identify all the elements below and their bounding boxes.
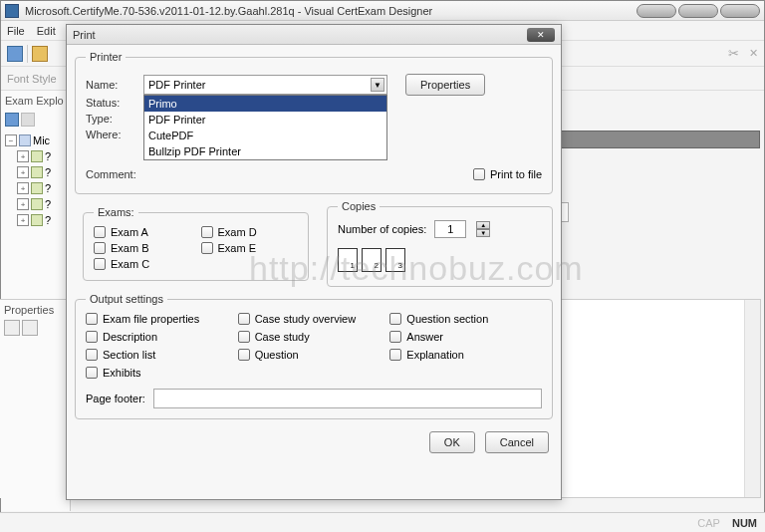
spin-down-icon[interactable]: ▼ <box>476 229 490 237</box>
status-cap: CAP <box>697 517 720 529</box>
open-folder-icon[interactable] <box>32 46 48 62</box>
collate-preview <box>338 248 542 272</box>
name-label: Name: <box>86 79 143 91</box>
where-label: Where: <box>86 129 143 140</box>
doc-icon <box>19 134 31 146</box>
printer-group: Printer Name: PDF Printer ▼ Primo PDF Pr… <box>75 51 553 194</box>
font-style-label: Font Style <box>7 73 57 85</box>
out-checkbox[interactable]: Section list <box>86 349 238 361</box>
tree-root[interactable]: − Mic <box>5 133 66 148</box>
dropdown-item[interactable]: Primo <box>144 96 386 112</box>
expand-icon[interactable]: + <box>17 166 29 178</box>
tree-item[interactable]: +? <box>5 196 66 212</box>
exams-legend: Exams: <box>94 206 138 218</box>
out-checkbox[interactable]: Question <box>238 349 390 361</box>
explorer-icon-2[interactable] <box>21 113 35 127</box>
question-icon <box>31 150 43 162</box>
output-settings-group: Output settings Exam file properties Cas… <box>75 293 553 419</box>
printer-dropdown: Primo PDF Printer CutePDF Bullzip PDF Pr… <box>143 95 387 160</box>
scrollbar[interactable] <box>744 300 760 497</box>
expand-icon[interactable]: + <box>17 214 29 226</box>
collapse-icon[interactable]: − <box>5 134 17 146</box>
dialog-titlebar: Print ✕ <box>67 25 561 45</box>
print-dialog: Print ✕ Printer Name: PDF Printer ▼ Prim… <box>66 24 562 500</box>
question-icon <box>31 214 43 226</box>
page-footer-label: Page footer: <box>86 393 145 404</box>
statusbar: CAP NUM <box>0 512 765 532</box>
exam-checkbox[interactable]: Exam B <box>94 242 191 254</box>
dropdown-item[interactable]: PDF Printer <box>144 112 386 128</box>
explorer-icon-1[interactable] <box>5 113 19 127</box>
tree-item[interactable]: +? <box>5 164 66 180</box>
print-to-file-checkbox[interactable]: Print to file <box>473 168 542 180</box>
output-legend: Output settings <box>86 293 167 305</box>
close-button[interactable] <box>720 4 760 18</box>
out-checkbox[interactable]: Exam file properties <box>86 313 238 325</box>
copies-group: Copies Number of copies: ▲▼ <box>327 200 553 287</box>
minimize-button[interactable] <box>637 4 676 18</box>
copies-legend: Copies <box>338 200 380 212</box>
dialog-buttons: OK Cancel <box>67 425 561 463</box>
printer-legend: Printer <box>86 51 126 63</box>
expand-icon[interactable]: + <box>17 198 29 210</box>
cancel-button[interactable]: Cancel <box>485 431 549 453</box>
copies-spinner[interactable]: ▲▼ <box>476 221 490 237</box>
titlebar: Microsoft.CertifyMe.70-536.v2011-01-12.b… <box>1 1 764 21</box>
exam-checkbox[interactable]: Exam A <box>94 226 191 238</box>
expand-icon[interactable]: + <box>17 150 29 162</box>
tree-item[interactable]: +? <box>5 148 66 164</box>
cut-icon[interactable]: ✂ <box>728 46 739 61</box>
question-icon <box>31 166 43 178</box>
spin-up-icon[interactable]: ▲ <box>476 221 490 229</box>
question-icon <box>31 182 43 194</box>
copies-input[interactable] <box>434 220 466 238</box>
status-label: Status: <box>86 97 143 109</box>
menu-edit[interactable]: Edit <box>37 25 56 37</box>
out-checkbox[interactable]: Answer <box>389 331 542 343</box>
page-preview-icon <box>338 248 358 272</box>
printer-combo[interactable]: PDF Printer ▼ Primo PDF Printer CutePDF … <box>143 75 387 95</box>
out-checkbox[interactable]: Description <box>86 331 238 343</box>
exams-group: Exams: Exam A Exam D Exam B Exam E Exam … <box>83 206 309 281</box>
dropdown-item[interactable]: Bullzip PDF Printer <box>144 143 386 159</box>
out-checkbox[interactable]: Question section <box>389 313 542 325</box>
copies-label: Number of copies: <box>338 223 426 235</box>
tree-item[interactable]: +? <box>5 212 66 228</box>
maximize-button[interactable] <box>678 4 718 18</box>
type-label: Type: <box>86 113 143 125</box>
separator <box>27 45 28 63</box>
delete-icon[interactable]: ✕ <box>749 47 758 60</box>
page-preview-icon <box>385 248 405 272</box>
out-checkbox[interactable]: Exhibits <box>86 367 238 379</box>
menu-file[interactable]: File <box>7 25 25 37</box>
alphabetical-icon[interactable] <box>22 320 38 336</box>
comment-label: Comment: <box>86 168 143 180</box>
app-icon <box>5 4 19 18</box>
new-icon[interactable] <box>7 46 23 62</box>
tree-item[interactable]: +? <box>5 180 66 196</box>
chevron-down-icon[interactable]: ▼ <box>371 78 384 92</box>
categorized-icon[interactable] <box>4 320 20 336</box>
dropdown-item[interactable]: CutePDF <box>144 128 386 143</box>
checkbox-icon <box>473 168 485 180</box>
exam-checkbox[interactable]: Exam C <box>94 258 191 270</box>
exam-checkbox[interactable]: Exam E <box>201 242 299 254</box>
ok-button[interactable]: OK <box>429 431 475 453</box>
properties-button[interactable]: Properties <box>405 74 485 96</box>
page-footer-input[interactable] <box>153 389 542 408</box>
window-controls <box>637 4 760 18</box>
properties-title: Properties <box>4 304 66 316</box>
properties-pane: Properties <box>0 299 70 498</box>
dialog-close-button[interactable]: ✕ <box>527 28 555 42</box>
out-checkbox[interactable]: Case study overview <box>238 313 390 325</box>
out-checkbox[interactable]: Explanation <box>389 349 542 361</box>
out-checkbox[interactable]: Case study <box>238 331 390 343</box>
exam-tree: − Mic +? +? +? +? +? <box>1 129 70 232</box>
expand-icon[interactable]: + <box>17 182 29 194</box>
window-title: Microsoft.CertifyMe.70-536.v2011-01-12.b… <box>25 5 637 17</box>
question-icon <box>31 198 43 210</box>
page-preview-icon <box>362 248 382 272</box>
exam-checkbox[interactable]: Exam D <box>201 226 299 238</box>
exam-explorer-title: Exam Explo <box>1 91 70 111</box>
dialog-title: Print <box>73 29 527 41</box>
